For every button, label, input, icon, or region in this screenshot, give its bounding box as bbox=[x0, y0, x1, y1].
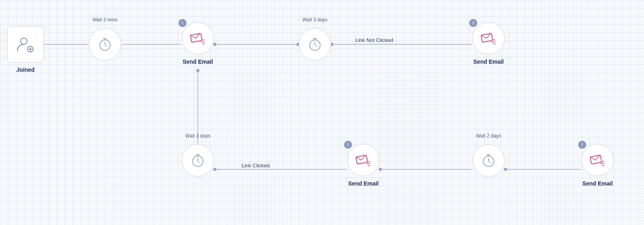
svg-line-48 bbox=[489, 161, 491, 163]
email3-icon bbox=[356, 154, 371, 167]
warning-badge-4: ! bbox=[578, 141, 586, 149]
svg-point-15 bbox=[21, 38, 27, 44]
timer4-icon bbox=[481, 153, 496, 168]
workflow-canvas: Link Not Clicked Link Clicked Joined Wai… bbox=[0, 0, 644, 225]
timer2-icon bbox=[308, 37, 322, 52]
email-node-2[interactable]: ! Send Email bbox=[472, 22, 505, 65]
svg-line-21 bbox=[105, 45, 107, 47]
wait2-label: Wait 3 days bbox=[302, 17, 327, 23]
wait4-circle[interactable] bbox=[472, 144, 505, 177]
wait1-label: Wait 3 mins bbox=[92, 17, 117, 23]
wait-node-1[interactable]: Wait 3 mins bbox=[89, 28, 121, 60]
email-node-3[interactable]: ! Send Email bbox=[347, 144, 380, 187]
email1-icon bbox=[190, 32, 206, 45]
warning-badge-1: ! bbox=[178, 19, 187, 27]
wait4-label: Wait 2 days bbox=[476, 133, 501, 139]
link-not-clicked-label: Link Not Clicked bbox=[355, 37, 393, 43]
email-node-1[interactable]: ! Send Email bbox=[182, 22, 214, 65]
timer1-icon bbox=[98, 37, 112, 52]
joined-person-icon bbox=[17, 35, 34, 53]
email4-label: Send Email bbox=[582, 180, 613, 187]
svg-line-30 bbox=[315, 45, 317, 47]
email3-label: Send Email bbox=[348, 180, 378, 187]
svg-line-39 bbox=[198, 161, 200, 163]
joined-box[interactable] bbox=[7, 26, 44, 62]
email2-label: Send Email bbox=[473, 58, 503, 65]
email3-circle[interactable] bbox=[347, 144, 380, 176]
email-node-4[interactable]: ! Send Email bbox=[581, 144, 614, 187]
wait2-circle[interactable] bbox=[299, 28, 331, 60]
joined-label: Joined bbox=[16, 67, 34, 73]
email2-circle[interactable] bbox=[472, 22, 505, 54]
email2-icon bbox=[481, 32, 496, 45]
warning-badge-2: ! bbox=[469, 19, 477, 27]
wait-node-3[interactable]: Wait 3 days bbox=[182, 144, 214, 177]
email1-circle[interactable] bbox=[182, 22, 214, 54]
email1-label: Send Email bbox=[183, 58, 213, 65]
svg-point-14 bbox=[196, 69, 199, 72]
email4-icon bbox=[590, 154, 605, 167]
wait-node-4[interactable]: Wait 2 days bbox=[472, 144, 505, 177]
link-clicked-label: Link Clicked bbox=[241, 162, 270, 169]
wait3-circle[interactable] bbox=[182, 144, 214, 177]
warning-badge-3: ! bbox=[344, 141, 352, 149]
wait-node-2[interactable]: Wait 3 days bbox=[299, 28, 331, 60]
email4-circle[interactable] bbox=[581, 144, 614, 176]
joined-node[interactable]: Joined bbox=[7, 26, 44, 73]
wait1-circle[interactable] bbox=[89, 28, 121, 60]
timer3-icon bbox=[191, 153, 205, 168]
wait3-label: Wait 3 days bbox=[185, 133, 210, 139]
